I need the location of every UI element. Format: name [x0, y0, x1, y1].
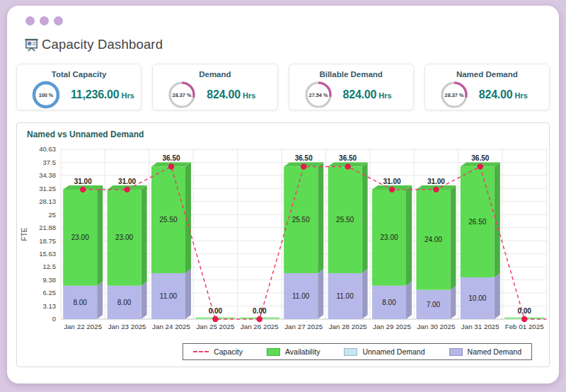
page-title: Capacity Dashboard — [42, 37, 163, 52]
capacity-point[interactable] — [168, 163, 174, 169]
capacity-point[interactable] — [124, 187, 129, 192]
chart-legend-row: CapacityAvailabilityUnnamed DemandNamed … — [17, 342, 549, 367]
kpi-card-title: Demand — [153, 70, 277, 79]
legend-label: Unnamed Demand — [362, 347, 424, 356]
named-demand-value-label: 7.00 — [427, 301, 441, 309]
availability-value-label: 25.50 — [159, 216, 177, 224]
x-tick-label: Jan 27 2025 — [284, 323, 323, 330]
capacity-value-label: 31.00 — [74, 178, 92, 185]
kpi-card-title: Billable Demand — [289, 70, 413, 79]
availability-bar-side — [450, 185, 456, 290]
kpi-value: 824.00 — [479, 88, 513, 100]
capacity-point[interactable] — [478, 163, 483, 169]
window-control-dot[interactable] — [25, 16, 35, 25]
availability-bar-side — [495, 162, 500, 277]
legend-item-named-demand[interactable]: Named Demand — [449, 347, 521, 356]
kpi-value: 824.00 — [207, 88, 241, 100]
capacity-point[interactable] — [521, 316, 527, 322]
named-demand-value-label: 8.00 — [382, 299, 396, 306]
capacity-point[interactable] — [80, 187, 86, 192]
y-tick-label: 40.63 — [39, 145, 56, 153]
capacity-value-label: 36.50 — [339, 154, 357, 162]
kpi-unit: Hrs — [515, 91, 528, 100]
availability-bar-side — [142, 185, 147, 286]
capacity-value-label: 0.00 — [209, 307, 223, 315]
capacity-value-label: 0.00 — [253, 307, 267, 315]
capacity-value-label: 36.50 — [471, 154, 489, 162]
availability-bar-side — [406, 185, 412, 286]
y-tick-label: 9.38 — [43, 276, 57, 284]
window-control-dot[interactable] — [40, 16, 49, 25]
capacity-value-label: 0.00 — [517, 307, 531, 315]
availability-bar-side — [97, 185, 103, 286]
kpi-value: 11,236.00 — [71, 88, 120, 100]
y-tick-label: 0 — [52, 315, 56, 323]
availability-bar-side — [362, 162, 368, 273]
x-tick-label: Jan 29 2025 — [373, 323, 411, 330]
capacity-point[interactable] — [389, 187, 395, 192]
donut-percent-label: 100 % — [39, 92, 54, 98]
window-control-dot[interactable] — [54, 16, 63, 25]
availability-value-label: 26.50 — [468, 218, 486, 226]
legend-label: Availability — [285, 347, 320, 356]
chart-legend: CapacityAvailabilityUnnamed DemandNamed … — [183, 343, 532, 360]
legend-item-unnamed-demand[interactable]: Unnamed Demand — [344, 347, 424, 356]
y-tick-label: 31.25 — [39, 185, 56, 192]
capacity-point[interactable] — [212, 316, 218, 322]
chart-panel: Named vs Unnamed Demand 03.136.259.3812.… — [16, 122, 550, 367]
kpi-card-title: Total Capacity — [17, 70, 141, 79]
availability-value-label: 23.00 — [71, 234, 89, 241]
dashboard-icon — [24, 38, 39, 52]
kpi-cards-row: Total Capacity 100 % 11,236.00Hrs Demand… — [16, 64, 550, 110]
legend-item-capacity[interactable]: Capacity — [193, 347, 243, 356]
availability-value-label: 25.50 — [292, 216, 310, 224]
legend-label: Named Demand — [468, 347, 521, 356]
y-tick-label: 3.13 — [43, 302, 57, 310]
donut-percent-label: 28.37 % — [444, 92, 463, 98]
availability-value-label: 25.50 — [336, 216, 354, 224]
x-tick-label: Jan 31 2025 — [461, 323, 499, 330]
app-window: Capacity Dashboard Total Capacity 100 % … — [7, 6, 559, 384]
named-demand-value-label: 11.00 — [292, 292, 310, 300]
kpi-donut-gauge: 28.37 % — [166, 79, 197, 110]
kpi-card-title: Named Demand — [425, 70, 549, 79]
named-demand-bar-side — [318, 269, 323, 319]
kpi-card-total-capacity: Total Capacity 100 % 11,236.00Hrs — [16, 64, 142, 110]
kpi-donut-gauge: 100 % — [30, 79, 62, 110]
x-tick-label: Jan 22 2025 — [64, 323, 102, 330]
named-demand-bar-side — [142, 282, 147, 319]
capacity-value-label: 36.50 — [162, 154, 180, 162]
y-tick-label: 6.25 — [43, 289, 57, 296]
capacity-point[interactable] — [301, 163, 306, 169]
kpi-card-billable-demand: Billable Demand 27.54 % 824.00Hrs — [289, 64, 414, 110]
named-demand-value-label: 11.00 — [160, 292, 178, 300]
y-tick-label: 25 — [48, 211, 56, 219]
availability-value-label: 23.00 — [380, 234, 398, 241]
named-demand-bar-side — [97, 282, 103, 319]
y-tick-label: 15.63 — [39, 250, 56, 258]
named-demand-bar-side — [185, 269, 191, 319]
capacity-point[interactable] — [345, 163, 350, 169]
legend-item-availability[interactable]: Availability — [267, 347, 320, 356]
capacity-value-label: 31.00 — [427, 178, 445, 185]
named-vs-unnamed-demand-chart: 03.136.259.3812.515.6318.7521.882528.133… — [17, 141, 549, 339]
named-demand-bar-side — [406, 282, 412, 319]
donut-percent-label: 28.37 % — [173, 92, 192, 98]
x-tick-label: Jan 25 2025 — [196, 323, 234, 330]
y-tick-label: 21.88 — [39, 224, 56, 231]
kpi-value: 824.00 — [343, 88, 377, 100]
legend-color-swatch — [267, 348, 280, 356]
capacity-value-label: 31.00 — [118, 178, 136, 185]
named-demand-value-label: 10.00 — [468, 294, 486, 302]
page-header: Capacity Dashboard — [7, 25, 559, 52]
legend-color-swatch — [344, 348, 357, 356]
availability-bar-side — [318, 162, 323, 273]
kpi-unit: Hrs — [122, 91, 134, 100]
capacity-point[interactable] — [257, 316, 262, 322]
capacity-value-label: 36.50 — [295, 154, 313, 162]
chart-title: Named vs Unnamed Demand — [17, 123, 549, 141]
x-tick-label: Jan 26 2025 — [241, 323, 279, 330]
capacity-point[interactable] — [433, 187, 439, 192]
kpi-donut-gauge: 28.37 % — [439, 79, 470, 110]
named-demand-bar-side — [450, 286, 456, 319]
